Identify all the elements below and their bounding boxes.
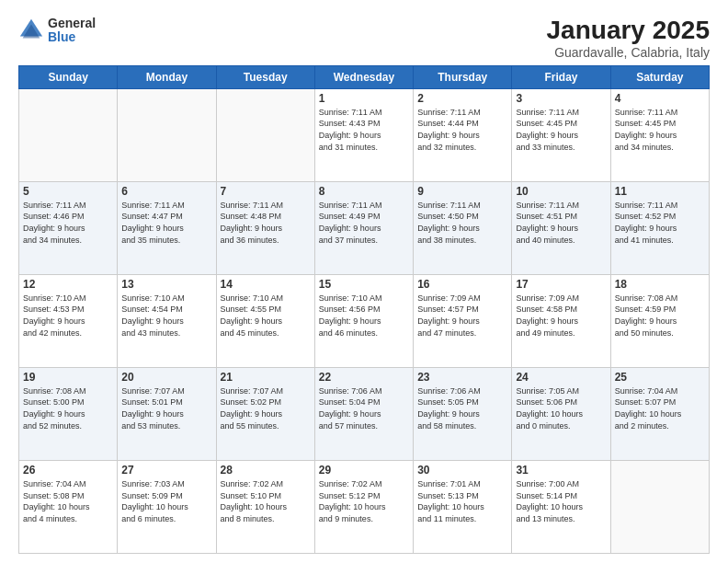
day-info: Sunrise: 7:05 AM Sunset: 5:06 PM Dayligh… xyxy=(516,385,606,431)
day-info: Sunrise: 7:06 AM Sunset: 5:04 PM Dayligh… xyxy=(319,385,409,431)
calendar-cell: 1Sunrise: 7:11 AM Sunset: 4:43 PM Daylig… xyxy=(314,88,413,181)
calendar-cell: 10Sunrise: 7:11 AM Sunset: 4:51 PM Dayli… xyxy=(512,181,610,274)
day-number: 13 xyxy=(121,278,211,291)
day-number: 15 xyxy=(319,278,409,291)
page: General Blue January 2025 Guardavalle, C… xyxy=(0,0,728,563)
day-number: 16 xyxy=(417,278,507,291)
calendar-cell: 12Sunrise: 7:10 AM Sunset: 4:53 PM Dayli… xyxy=(19,274,118,367)
calendar-cell: 11Sunrise: 7:11 AM Sunset: 4:52 PM Dayli… xyxy=(610,181,709,274)
logo-text: General Blue xyxy=(48,17,96,45)
logo-icon xyxy=(18,17,44,43)
day-info: Sunrise: 7:02 AM Sunset: 5:12 PM Dayligh… xyxy=(319,478,409,524)
day-number: 30 xyxy=(417,464,507,477)
day-number: 9 xyxy=(417,185,507,198)
calendar-cell: 31Sunrise: 7:00 AM Sunset: 5:14 PM Dayli… xyxy=(512,460,610,553)
day-number: 5 xyxy=(23,185,113,198)
calendar-week-row: 5Sunrise: 7:11 AM Sunset: 4:46 PM Daylig… xyxy=(19,181,710,274)
logo-general-text: General xyxy=(48,17,96,30)
day-header-thursday: Thursday xyxy=(414,65,512,88)
day-info: Sunrise: 7:09 AM Sunset: 4:58 PM Dayligh… xyxy=(516,293,606,339)
calendar-cell: 29Sunrise: 7:02 AM Sunset: 5:12 PM Dayli… xyxy=(314,460,413,553)
calendar-cell: 24Sunrise: 7:05 AM Sunset: 5:06 PM Dayli… xyxy=(512,367,610,460)
day-info: Sunrise: 7:04 AM Sunset: 5:07 PM Dayligh… xyxy=(615,385,705,431)
day-number: 12 xyxy=(23,278,113,291)
calendar-cell: 13Sunrise: 7:10 AM Sunset: 4:54 PM Dayli… xyxy=(118,274,216,367)
day-info: Sunrise: 7:11 AM Sunset: 4:47 PM Dayligh… xyxy=(121,200,211,246)
day-info: Sunrise: 7:03 AM Sunset: 5:09 PM Dayligh… xyxy=(121,478,211,524)
calendar-week-row: 12Sunrise: 7:10 AM Sunset: 4:53 PM Dayli… xyxy=(19,274,710,367)
calendar-cell: 28Sunrise: 7:02 AM Sunset: 5:10 PM Dayli… xyxy=(216,460,314,553)
day-number: 6 xyxy=(121,185,211,198)
calendar-cell: 18Sunrise: 7:08 AM Sunset: 4:59 PM Dayli… xyxy=(610,274,709,367)
day-info: Sunrise: 7:11 AM Sunset: 4:49 PM Dayligh… xyxy=(319,200,409,246)
calendar-week-row: 1Sunrise: 7:11 AM Sunset: 4:43 PM Daylig… xyxy=(19,88,710,181)
day-number: 20 xyxy=(121,371,211,384)
day-number: 31 xyxy=(516,464,606,477)
month-title: January 2025 xyxy=(547,17,710,45)
day-header-sunday: Sunday xyxy=(19,65,118,88)
calendar-cell: 2Sunrise: 7:11 AM Sunset: 4:44 PM Daylig… xyxy=(414,88,512,181)
calendar-cell: 26Sunrise: 7:04 AM Sunset: 5:08 PM Dayli… xyxy=(19,460,118,553)
day-info: Sunrise: 7:11 AM Sunset: 4:48 PM Dayligh… xyxy=(221,200,311,246)
day-number: 7 xyxy=(221,185,311,198)
day-number: 23 xyxy=(417,371,507,384)
day-info: Sunrise: 7:11 AM Sunset: 4:45 PM Dayligh… xyxy=(516,107,606,153)
day-number: 17 xyxy=(516,278,606,291)
day-number: 4 xyxy=(615,92,705,105)
calendar-cell: 23Sunrise: 7:06 AM Sunset: 5:05 PM Dayli… xyxy=(414,367,512,460)
day-info: Sunrise: 7:00 AM Sunset: 5:14 PM Dayligh… xyxy=(516,478,606,524)
calendar-cell: 27Sunrise: 7:03 AM Sunset: 5:09 PM Dayli… xyxy=(118,460,216,553)
day-number: 29 xyxy=(319,464,409,477)
day-info: Sunrise: 7:10 AM Sunset: 4:53 PM Dayligh… xyxy=(23,293,113,339)
calendar-header-row: SundayMondayTuesdayWednesdayThursdayFrid… xyxy=(19,65,710,88)
calendar-cell: 14Sunrise: 7:10 AM Sunset: 4:55 PM Dayli… xyxy=(216,274,314,367)
calendar-cell xyxy=(118,88,216,181)
calendar-cell: 9Sunrise: 7:11 AM Sunset: 4:50 PM Daylig… xyxy=(414,181,512,274)
day-info: Sunrise: 7:10 AM Sunset: 4:56 PM Dayligh… xyxy=(319,293,409,339)
day-header-monday: Monday xyxy=(118,65,216,88)
calendar-cell: 6Sunrise: 7:11 AM Sunset: 4:47 PM Daylig… xyxy=(118,181,216,274)
day-header-saturday: Saturday xyxy=(610,65,709,88)
day-info: Sunrise: 7:09 AM Sunset: 4:57 PM Dayligh… xyxy=(417,293,507,339)
day-header-wednesday: Wednesday xyxy=(314,65,413,88)
day-info: Sunrise: 7:11 AM Sunset: 4:50 PM Dayligh… xyxy=(417,200,507,246)
calendar-cell: 17Sunrise: 7:09 AM Sunset: 4:58 PM Dayli… xyxy=(512,274,610,367)
day-info: Sunrise: 7:06 AM Sunset: 5:05 PM Dayligh… xyxy=(417,385,507,431)
calendar-table: SundayMondayTuesdayWednesdayThursdayFrid… xyxy=(18,65,710,554)
calendar-cell: 4Sunrise: 7:11 AM Sunset: 4:45 PM Daylig… xyxy=(610,88,709,181)
day-info: Sunrise: 7:11 AM Sunset: 4:45 PM Dayligh… xyxy=(615,107,705,153)
day-info: Sunrise: 7:01 AM Sunset: 5:13 PM Dayligh… xyxy=(417,478,507,524)
calendar-week-row: 26Sunrise: 7:04 AM Sunset: 5:08 PM Dayli… xyxy=(19,460,710,553)
calendar-cell: 22Sunrise: 7:06 AM Sunset: 5:04 PM Dayli… xyxy=(314,367,413,460)
day-number: 28 xyxy=(221,464,311,477)
day-number: 27 xyxy=(121,464,211,477)
day-number: 11 xyxy=(615,185,705,198)
day-number: 24 xyxy=(516,371,606,384)
day-header-friday: Friday xyxy=(512,65,610,88)
day-number: 10 xyxy=(516,185,606,198)
day-number: 21 xyxy=(221,371,311,384)
calendar-cell: 20Sunrise: 7:07 AM Sunset: 5:01 PM Dayli… xyxy=(118,367,216,460)
day-info: Sunrise: 7:11 AM Sunset: 4:44 PM Dayligh… xyxy=(417,107,507,153)
location: Guardavalle, Calabria, Italy xyxy=(547,45,710,60)
day-info: Sunrise: 7:04 AM Sunset: 5:08 PM Dayligh… xyxy=(23,478,113,524)
calendar-cell: 5Sunrise: 7:11 AM Sunset: 4:46 PM Daylig… xyxy=(19,181,118,274)
day-info: Sunrise: 7:07 AM Sunset: 5:01 PM Dayligh… xyxy=(121,385,211,431)
calendar-cell xyxy=(19,88,118,181)
day-info: Sunrise: 7:11 AM Sunset: 4:51 PM Dayligh… xyxy=(516,200,606,246)
day-info: Sunrise: 7:10 AM Sunset: 4:54 PM Dayligh… xyxy=(121,293,211,339)
calendar-cell xyxy=(216,88,314,181)
day-info: Sunrise: 7:11 AM Sunset: 4:52 PM Dayligh… xyxy=(615,200,705,246)
day-number: 26 xyxy=(23,464,113,477)
day-header-tuesday: Tuesday xyxy=(216,65,314,88)
calendar-cell: 7Sunrise: 7:11 AM Sunset: 4:48 PM Daylig… xyxy=(216,181,314,274)
calendar-week-row: 19Sunrise: 7:08 AM Sunset: 5:00 PM Dayli… xyxy=(19,367,710,460)
header: General Blue January 2025 Guardavalle, C… xyxy=(18,17,710,60)
calendar-cell: 3Sunrise: 7:11 AM Sunset: 4:45 PM Daylig… xyxy=(512,88,610,181)
calendar-cell: 15Sunrise: 7:10 AM Sunset: 4:56 PM Dayli… xyxy=(314,274,413,367)
day-info: Sunrise: 7:08 AM Sunset: 4:59 PM Dayligh… xyxy=(615,293,705,339)
day-number: 19 xyxy=(23,371,113,384)
logo-blue-text: Blue xyxy=(48,30,96,44)
logo: General Blue xyxy=(18,17,96,45)
day-number: 3 xyxy=(516,92,606,105)
